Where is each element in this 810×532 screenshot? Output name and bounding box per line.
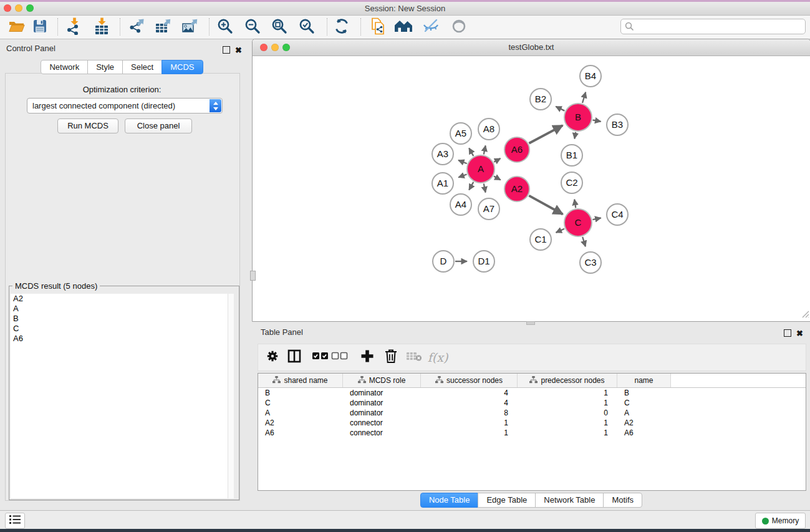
cell-successor-nodes[interactable]: 1 bbox=[421, 418, 518, 427]
cell-successor-nodes[interactable]: 1 bbox=[421, 428, 518, 437]
graph-edge-A-A7[interactable] bbox=[484, 184, 486, 193]
cell-successor-nodes[interactable]: 4 bbox=[421, 399, 518, 407]
cell-successor-nodes[interactable]: 4 bbox=[421, 389, 518, 397]
graph-node-C3[interactable]: C3 bbox=[580, 252, 601, 273]
cell-mcds-role[interactable]: dominator bbox=[343, 409, 421, 417]
table-panel-float-icon[interactable] bbox=[784, 329, 791, 337]
cell-shared-name[interactable]: A2 bbox=[258, 418, 343, 427]
table-tab-edge-table[interactable]: Edge Table bbox=[478, 493, 536, 508]
show-column-button[interactable] bbox=[284, 347, 304, 367]
save-session-button[interactable] bbox=[29, 17, 51, 37]
graph-edge-A-A1[interactable] bbox=[458, 175, 466, 178]
cell-predecessor-nodes[interactable]: 1 bbox=[518, 399, 617, 407]
minimize-traffic-light[interactable] bbox=[15, 4, 22, 12]
resize-grip-icon[interactable] bbox=[801, 309, 809, 321]
cell-shared-name[interactable]: A bbox=[258, 409, 343, 417]
graph-node-B4[interactable]: B4 bbox=[580, 65, 601, 87]
refresh-button[interactable] bbox=[331, 17, 352, 37]
home-button[interactable] bbox=[393, 17, 414, 37]
network-window-titlebar[interactable]: testGlobe.txt bbox=[253, 39, 810, 56]
graph-edge-A2-C[interactable] bbox=[529, 196, 562, 215]
clone-network-button[interactable] bbox=[367, 17, 388, 37]
cell-mcds-role[interactable]: dominator bbox=[343, 399, 421, 407]
export-table-button[interactable] bbox=[153, 17, 174, 37]
graph-node-A5[interactable]: A5 bbox=[450, 123, 471, 144]
graph-node-C4[interactable]: C4 bbox=[607, 204, 628, 225]
delete-table-button[interactable] bbox=[404, 347, 424, 367]
cell-predecessor-nodes[interactable]: 1 bbox=[518, 428, 617, 437]
cell-mcds-role[interactable]: connector bbox=[343, 418, 421, 427]
graph-edge-B-B1[interactable] bbox=[574, 132, 576, 139]
control-panel-float-icon[interactable] bbox=[223, 46, 230, 54]
graph-node-D[interactable]: D bbox=[433, 251, 454, 272]
hide-selected-button[interactable] bbox=[420, 17, 441, 37]
table-row[interactable]: A2connector11A2 bbox=[258, 418, 806, 428]
graph-edge-A-A8[interactable] bbox=[484, 146, 486, 155]
graph-edge-B-B4[interactable] bbox=[582, 92, 586, 103]
column-header-predecessor-nodes[interactable]: predecessor nodes bbox=[518, 374, 617, 387]
table-tab-motifs[interactable]: Motifs bbox=[603, 493, 642, 508]
mcds-result-item[interactable]: A bbox=[11, 304, 228, 314]
cell-successor-nodes[interactable]: 8 bbox=[421, 409, 518, 417]
table-row[interactable]: Adominator80A bbox=[258, 408, 806, 418]
graph-edge-A-A4[interactable] bbox=[469, 182, 473, 190]
cell-shared-name[interactable]: C bbox=[258, 399, 343, 407]
network-minimize-traffic-light[interactable] bbox=[271, 44, 279, 51]
mcds-result-item[interactable]: B bbox=[11, 314, 228, 324]
cell-mcds-role[interactable]: connector bbox=[343, 428, 421, 437]
cell-name[interactable]: A2 bbox=[617, 418, 671, 427]
zoom-fit-button[interactable] bbox=[269, 17, 290, 37]
graph-edge-B-B2[interactable] bbox=[556, 107, 564, 111]
open-session-button[interactable] bbox=[6, 17, 27, 37]
mcds-result-item[interactable]: A2 bbox=[11, 294, 228, 304]
export-image-button[interactable] bbox=[180, 17, 201, 37]
network-close-traffic-light[interactable] bbox=[260, 44, 268, 51]
close-panel-button[interactable]: Close panel bbox=[125, 118, 192, 133]
tab-mcds[interactable]: MCDS bbox=[162, 60, 203, 74]
tab-network[interactable]: Network bbox=[41, 60, 88, 74]
graph-node-A8[interactable]: A8 bbox=[478, 118, 499, 140]
cell-predecessor-nodes[interactable]: 0 bbox=[518, 409, 617, 417]
zoom-in-button[interactable] bbox=[215, 17, 236, 37]
horizontal-splitter-handle[interactable] bbox=[526, 321, 535, 325]
graph-edge-C-C4[interactable] bbox=[593, 218, 601, 220]
graph-node-B1[interactable]: B1 bbox=[561, 145, 582, 166]
task-history-button[interactable] bbox=[5, 513, 25, 529]
mcds-result-item[interactable]: C bbox=[11, 324, 228, 334]
column-header-shared-name[interactable]: shared name bbox=[258, 374, 343, 387]
graph-node-A2[interactable]: A2 bbox=[504, 177, 529, 201]
vertical-splitter-handle[interactable] bbox=[250, 271, 256, 281]
graph-node-A7[interactable]: A7 bbox=[478, 198, 499, 220]
graph-node-D1[interactable]: D1 bbox=[473, 251, 494, 272]
table-row[interactable]: Cdominator41C bbox=[258, 398, 806, 408]
show-hidden-button[interactable] bbox=[448, 17, 470, 37]
graph-node-A6[interactable]: A6 bbox=[504, 137, 529, 162]
graph-node-C[interactable]: C bbox=[564, 209, 592, 236]
cell-name[interactable]: B bbox=[617, 389, 671, 397]
search-input[interactable] bbox=[636, 20, 803, 33]
graph-edge-A-A3[interactable] bbox=[458, 160, 467, 163]
cell-predecessor-nodes[interactable]: 1 bbox=[518, 418, 617, 427]
function-builder-button[interactable]: f(x) bbox=[428, 347, 448, 367]
graph-node-A4[interactable]: A4 bbox=[450, 194, 471, 215]
graph-node-A3[interactable]: A3 bbox=[432, 143, 453, 165]
graph-node-A1[interactable]: A1 bbox=[432, 173, 453, 194]
import-table-button[interactable] bbox=[91, 17, 112, 37]
graph-node-C2[interactable]: C2 bbox=[561, 172, 582, 193]
network-graph[interactable]: AA1A2A3A4A5A6A7A8BB1B2B3B4CC1C2C3C4DD1 bbox=[253, 56, 809, 321]
table-tab-network-table[interactable]: Network Table bbox=[535, 493, 604, 508]
add-column-button[interactable] bbox=[357, 347, 377, 367]
graph-edge-C-C2[interactable] bbox=[574, 200, 576, 208]
table-tab-node-table[interactable]: Node Table bbox=[420, 493, 479, 508]
mcds-result-scrollbar[interactable] bbox=[228, 294, 234, 498]
deselect-all-rows-button[interactable] bbox=[330, 347, 350, 367]
column-header-successor-nodes[interactable]: successor nodes bbox=[421, 374, 518, 387]
cell-shared-name[interactable]: B bbox=[258, 389, 343, 397]
graph-node-A[interactable]: A bbox=[467, 155, 494, 183]
graph-node-C1[interactable]: C1 bbox=[530, 229, 551, 250]
cell-name[interactable]: A bbox=[617, 409, 671, 417]
cell-mcds-role[interactable]: dominator bbox=[343, 389, 421, 397]
select-all-rows-button[interactable] bbox=[311, 347, 330, 367]
criterion-select[interactable]: largest connected component (directed) bbox=[27, 98, 223, 114]
graph-node-B[interactable]: B bbox=[564, 104, 592, 131]
